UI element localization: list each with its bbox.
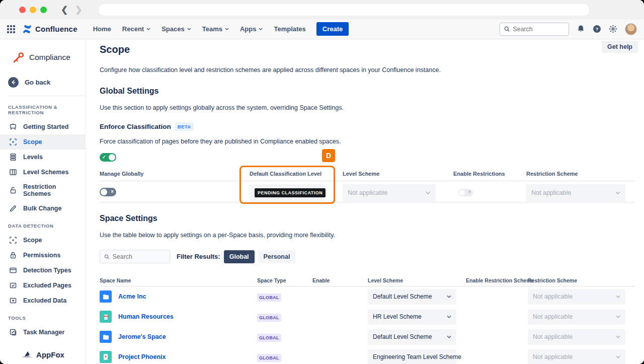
page-description: Configure how classification level and r… xyxy=(100,66,635,74)
settings-gear-icon[interactable] xyxy=(609,25,617,33)
col-manage-globally: Manage Globally xyxy=(100,171,143,177)
chevron-down-icon xyxy=(616,295,620,298)
classification-level-pill: PENDING CLASSIFICATION xyxy=(255,188,326,197)
go-back-button[interactable]: Go back xyxy=(0,77,85,88)
space-type-badge: GLOBAL xyxy=(257,314,281,322)
sidebar-item-permissions[interactable]: Permissions xyxy=(0,248,85,263)
chevron-down-icon xyxy=(225,28,229,30)
nav-templates[interactable]: Templates xyxy=(269,22,310,36)
restriction-scheme-dropdown[interactable]: Not applicable xyxy=(528,329,625,345)
restriction-scheme-dropdown[interactable]: Not applicable xyxy=(528,309,625,325)
pencil-icon xyxy=(9,204,17,212)
filter-personal-button[interactable]: Personal xyxy=(258,250,296,263)
filter-results-label: Filter Results: xyxy=(177,253,220,260)
global-search[interactable] xyxy=(500,23,569,36)
chevron-down-icon xyxy=(616,355,620,358)
close-window-button[interactable] xyxy=(19,7,26,13)
browser-window: ❮ ❯ Confluence Home Recent Spaces Teams … xyxy=(0,0,644,364)
app-switcher-icon[interactable] xyxy=(7,25,15,33)
level-scheme-dropdown[interactable]: Default Level Scheme xyxy=(368,329,456,345)
table-row: Project Phoenix GLOBAL ✓ Engineering Tea… xyxy=(100,347,635,364)
space-link[interactable]: Acme Inc xyxy=(118,293,146,300)
address-bar[interactable] xyxy=(99,4,589,16)
page-title: Scope xyxy=(100,44,635,55)
space-type-badge: GLOBAL xyxy=(257,334,281,342)
enforce-classification-description: Force classification of pages before the… xyxy=(100,138,635,145)
col-default-classification-level: Default Classification Level xyxy=(250,171,321,177)
confluence-logo-icon xyxy=(22,25,32,34)
chevron-down-icon xyxy=(615,191,620,194)
level-scheme-dropdown[interactable]: Engineering Team Level Scheme xyxy=(368,349,456,364)
sidebar-item-detection-types[interactable]: Detection Types xyxy=(0,263,85,278)
sidebar-item-excluded-pages[interactable]: Excluded Pages xyxy=(0,278,85,293)
nav-recent[interactable]: Recent xyxy=(118,22,155,36)
minimize-window-button[interactable] xyxy=(30,7,36,13)
card-icon xyxy=(9,266,17,274)
scope-icon xyxy=(9,236,17,244)
level-schemes-icon xyxy=(9,168,17,176)
manage-globally-toggle[interactable]: × xyxy=(100,188,116,196)
browser-back-button[interactable]: ❮ xyxy=(61,6,68,14)
task-icon xyxy=(9,328,17,336)
get-help-button[interactable]: Get help xyxy=(602,41,638,53)
nav-spaces[interactable]: Spaces xyxy=(157,22,196,36)
lock-icon xyxy=(9,251,17,259)
chevron-down-icon xyxy=(187,28,191,30)
global-level-scheme-dropdown[interactable]: Not applicable xyxy=(343,184,436,201)
notifications-bell-icon[interactable] xyxy=(577,25,585,33)
search-input[interactable] xyxy=(513,26,565,33)
nav-home[interactable]: Home xyxy=(89,22,116,36)
sidebar-item-level-schemes[interactable]: Level Schemes xyxy=(0,165,85,180)
brand-name: Confluence xyxy=(35,25,77,33)
folder-icon xyxy=(100,290,112,303)
sidebar-item-scope[interactable]: Scope xyxy=(0,134,85,150)
browser-forward-button[interactable]: ❯ xyxy=(75,6,82,14)
annotation-d-badge: D xyxy=(322,149,335,162)
default-classification-level-dropdown[interactable]: PENDING CLASSIFICATION xyxy=(250,184,325,201)
easel-icon xyxy=(9,123,17,131)
enable-restrictions-toggle[interactable]: × xyxy=(458,189,473,196)
appfox-icon xyxy=(21,350,33,359)
enforce-classification-toggle[interactable]: ✓ xyxy=(100,153,116,162)
global-settings-description: Use this section to apply settings globa… xyxy=(100,104,635,111)
enforce-classification-title: Enforce Classification xyxy=(100,123,171,130)
space-search[interactable] xyxy=(100,250,170,263)
restriction-scheme-dropdown[interactable]: Not applicable xyxy=(528,349,625,364)
table-row: Acme Inc GLOBAL ✓ Default Level Scheme ×… xyxy=(100,286,635,307)
sidebar-item-restriction-schemes[interactable]: Restriction Schemes xyxy=(0,180,85,201)
sidebar-item-excluded-data[interactable]: Excluded Data xyxy=(0,293,85,308)
restriction-scheme-dropdown[interactable]: Not applicable xyxy=(528,289,625,305)
sidebar-item-task-manager[interactable]: Task Manager xyxy=(0,325,85,340)
confluence-logo[interactable]: Confluence xyxy=(22,25,77,34)
user-avatar[interactable] xyxy=(625,23,637,35)
space-search-input[interactable] xyxy=(112,253,166,260)
table-header: Space Name Space Type Enable Level Schem… xyxy=(100,274,635,286)
sidebar-item-getting-started[interactable]: Getting Started xyxy=(0,119,85,134)
help-icon[interactable]: ? xyxy=(593,25,601,33)
col-enable-restrictions: Enable Restrictions xyxy=(453,171,505,177)
x-icon: × xyxy=(468,190,471,194)
col-restriction-scheme: Restriction Scheme xyxy=(526,171,578,177)
level-scheme-dropdown[interactable]: Default Level Scheme xyxy=(368,289,456,305)
nav-teams[interactable]: Teams xyxy=(198,22,233,36)
space-type-badge: GLOBAL xyxy=(257,294,281,302)
create-button[interactable]: Create xyxy=(316,22,349,36)
space-link[interactable]: Human Resources xyxy=(118,313,174,320)
nav-apps[interactable]: Apps xyxy=(235,22,268,36)
chevron-down-icon xyxy=(259,28,263,30)
folder-icon xyxy=(100,331,112,343)
sidebar-item-bulk-change[interactable]: Bulk Change xyxy=(0,201,85,216)
space-link[interactable]: Jerome's Space xyxy=(118,333,166,340)
sidebar-item-levels[interactable]: Levels xyxy=(0,150,85,165)
browser-chrome: ❮ ❯ xyxy=(0,0,644,19)
filter-global-button[interactable]: Global xyxy=(224,250,255,263)
global-restriction-scheme-dropdown[interactable]: Not applicable xyxy=(526,184,625,201)
space-settings-title: Space Settings xyxy=(100,214,635,223)
levels-icon xyxy=(9,153,17,161)
chevron-down-icon xyxy=(447,295,451,298)
maximize-window-button[interactable] xyxy=(40,7,47,13)
window-controls[interactable] xyxy=(19,7,47,13)
level-scheme-dropdown[interactable]: HR Level Scheme xyxy=(368,309,456,325)
sidebar-item-dd-scope[interactable]: Scope xyxy=(0,233,85,248)
space-link[interactable]: Project Phoenix xyxy=(118,353,166,360)
